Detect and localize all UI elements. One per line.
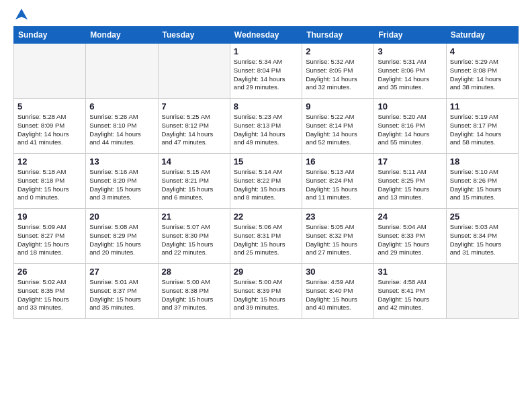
calendar-cell: 8Sunrise: 5:23 AM Sunset: 8:13 PM Daylig…	[230, 99, 302, 154]
date-number: 12	[17, 156, 82, 167]
calendar-cell: 13Sunrise: 5:16 AM Sunset: 8:20 PM Dayli…	[86, 154, 158, 209]
date-number: 30	[306, 267, 370, 277]
date-number: 14	[162, 156, 226, 167]
date-number: 13	[89, 156, 154, 167]
cell-info: Sunrise: 5:00 AM Sunset: 8:38 PM Dayligh…	[162, 278, 226, 312]
date-number: 20	[89, 212, 154, 222]
date-number: 16	[306, 156, 370, 167]
date-number: 17	[378, 156, 442, 167]
date-number: 9	[306, 101, 370, 111]
date-number: 8	[234, 101, 298, 111]
calendar-cell: 9Sunrise: 5:22 AM Sunset: 8:14 PM Daylig…	[302, 99, 374, 154]
date-number: 23	[306, 212, 370, 222]
calendar-cell: 30Sunrise: 4:59 AM Sunset: 8:40 PM Dayli…	[302, 264, 374, 319]
calendar-cell: 28Sunrise: 5:00 AM Sunset: 8:38 PM Dayli…	[158, 264, 230, 319]
logo-icon	[14, 7, 29, 22]
calendar-cell: 25Sunrise: 5:03 AM Sunset: 8:34 PM Dayli…	[446, 209, 518, 264]
calendar-cell: 26Sunrise: 5:02 AM Sunset: 8:35 PM Dayli…	[14, 264, 86, 319]
day-header-wednesday: Wednesday	[230, 27, 302, 44]
date-number: 24	[378, 212, 442, 222]
calendar-cell	[86, 44, 158, 99]
calendar-cell: 16Sunrise: 5:13 AM Sunset: 8:24 PM Dayli…	[302, 154, 374, 209]
day-header-thursday: Thursday	[302, 27, 374, 44]
calendar-cell: 19Sunrise: 5:09 AM Sunset: 8:27 PM Dayli…	[14, 209, 86, 264]
cell-info: Sunrise: 5:01 AM Sunset: 8:37 PM Dayligh…	[89, 278, 154, 312]
cell-info: Sunrise: 5:13 AM Sunset: 8:24 PM Dayligh…	[306, 168, 370, 202]
cell-info: Sunrise: 5:16 AM Sunset: 8:20 PM Dayligh…	[89, 168, 154, 202]
date-number: 27	[89, 267, 154, 277]
calendar-cell: 11Sunrise: 5:19 AM Sunset: 8:17 PM Dayli…	[446, 99, 518, 154]
svg-marker-0	[15, 9, 28, 19]
page-header	[13, 10, 519, 19]
calendar-cell: 4Sunrise: 5:29 AM Sunset: 8:08 PM Daylig…	[446, 44, 518, 99]
calendar-cell: 3Sunrise: 5:31 AM Sunset: 8:06 PM Daylig…	[374, 44, 446, 99]
calendar-cell	[446, 264, 518, 319]
logo	[13, 10, 29, 19]
cell-info: Sunrise: 5:32 AM Sunset: 8:05 PM Dayligh…	[306, 58, 370, 92]
calendar-cell: 29Sunrise: 5:00 AM Sunset: 8:39 PM Dayli…	[230, 264, 302, 319]
date-number: 19	[17, 212, 82, 222]
cell-info: Sunrise: 5:19 AM Sunset: 8:17 PM Dayligh…	[450, 113, 515, 147]
date-number: 11	[450, 101, 515, 111]
calendar-cell: 15Sunrise: 5:14 AM Sunset: 8:22 PM Dayli…	[230, 154, 302, 209]
calendar-cell: 20Sunrise: 5:08 AM Sunset: 8:29 PM Dayli…	[86, 209, 158, 264]
date-number: 31	[378, 267, 442, 277]
date-number: 26	[17, 267, 82, 277]
calendar-cell: 17Sunrise: 5:11 AM Sunset: 8:25 PM Dayli…	[374, 154, 446, 209]
date-number: 10	[378, 101, 442, 111]
date-number: 5	[17, 101, 82, 111]
date-number: 1	[234, 46, 298, 56]
date-number: 7	[162, 101, 226, 111]
calendar-cell: 27Sunrise: 5:01 AM Sunset: 8:37 PM Dayli…	[86, 264, 158, 319]
day-header-saturday: Saturday	[446, 27, 518, 44]
cell-info: Sunrise: 5:08 AM Sunset: 8:29 PM Dayligh…	[89, 223, 154, 257]
day-header-tuesday: Tuesday	[158, 27, 230, 44]
cell-info: Sunrise: 5:26 AM Sunset: 8:10 PM Dayligh…	[89, 113, 154, 147]
calendar-cell: 6Sunrise: 5:26 AM Sunset: 8:10 PM Daylig…	[86, 99, 158, 154]
day-header-monday: Monday	[86, 27, 158, 44]
cell-info: Sunrise: 5:25 AM Sunset: 8:12 PM Dayligh…	[162, 113, 226, 147]
date-number: 28	[162, 267, 226, 277]
cell-info: Sunrise: 5:02 AM Sunset: 8:35 PM Dayligh…	[17, 278, 82, 312]
cell-info: Sunrise: 4:59 AM Sunset: 8:40 PM Dayligh…	[306, 278, 370, 312]
cell-info: Sunrise: 5:22 AM Sunset: 8:14 PM Dayligh…	[306, 113, 370, 147]
cell-info: Sunrise: 4:58 AM Sunset: 8:41 PM Dayligh…	[378, 278, 442, 312]
cell-info: Sunrise: 5:15 AM Sunset: 8:21 PM Dayligh…	[162, 168, 226, 202]
cell-info: Sunrise: 5:23 AM Sunset: 8:13 PM Dayligh…	[234, 113, 298, 147]
calendar-cell: 1Sunrise: 5:34 AM Sunset: 8:04 PM Daylig…	[230, 44, 302, 99]
cell-info: Sunrise: 5:18 AM Sunset: 8:18 PM Dayligh…	[17, 168, 82, 202]
cell-info: Sunrise: 5:31 AM Sunset: 8:06 PM Dayligh…	[378, 58, 442, 92]
calendar-cell: 21Sunrise: 5:07 AM Sunset: 8:30 PM Dayli…	[158, 209, 230, 264]
cell-info: Sunrise: 5:03 AM Sunset: 8:34 PM Dayligh…	[450, 223, 515, 257]
date-number: 6	[89, 101, 154, 111]
calendar-cell	[14, 44, 86, 99]
calendar-cell	[158, 44, 230, 99]
calendar-cell: 12Sunrise: 5:18 AM Sunset: 8:18 PM Dayli…	[14, 154, 86, 209]
cell-info: Sunrise: 5:34 AM Sunset: 8:04 PM Dayligh…	[234, 58, 298, 92]
cell-info: Sunrise: 5:28 AM Sunset: 8:09 PM Dayligh…	[17, 113, 82, 147]
calendar-cell: 22Sunrise: 5:06 AM Sunset: 8:31 PM Dayli…	[230, 209, 302, 264]
cell-info: Sunrise: 5:06 AM Sunset: 8:31 PM Dayligh…	[234, 223, 298, 257]
calendar-cell: 24Sunrise: 5:04 AM Sunset: 8:33 PM Dayli…	[374, 209, 446, 264]
cell-info: Sunrise: 5:10 AM Sunset: 8:26 PM Dayligh…	[450, 168, 515, 202]
calendar-cell: 23Sunrise: 5:05 AM Sunset: 8:32 PM Dayli…	[302, 209, 374, 264]
cell-info: Sunrise: 5:07 AM Sunset: 8:30 PM Dayligh…	[162, 223, 226, 257]
date-number: 4	[450, 46, 515, 56]
cell-info: Sunrise: 5:09 AM Sunset: 8:27 PM Dayligh…	[17, 223, 82, 257]
cell-info: Sunrise: 5:20 AM Sunset: 8:16 PM Dayligh…	[378, 113, 442, 147]
calendar-cell: 7Sunrise: 5:25 AM Sunset: 8:12 PM Daylig…	[158, 99, 230, 154]
cell-info: Sunrise: 5:05 AM Sunset: 8:32 PM Dayligh…	[306, 223, 370, 257]
date-number: 3	[378, 46, 442, 56]
date-number: 15	[234, 156, 298, 167]
calendar-cell: 18Sunrise: 5:10 AM Sunset: 8:26 PM Dayli…	[446, 154, 518, 209]
cell-info: Sunrise: 5:29 AM Sunset: 8:08 PM Dayligh…	[450, 58, 515, 92]
date-number: 2	[306, 46, 370, 56]
date-number: 21	[162, 212, 226, 222]
calendar-cell: 14Sunrise: 5:15 AM Sunset: 8:21 PM Dayli…	[158, 154, 230, 209]
date-number: 22	[234, 212, 298, 222]
date-number: 18	[450, 156, 515, 167]
date-number: 29	[234, 267, 298, 277]
calendar-cell: 5Sunrise: 5:28 AM Sunset: 8:09 PM Daylig…	[14, 99, 86, 154]
day-header-sunday: Sunday	[14, 27, 86, 44]
cell-info: Sunrise: 5:04 AM Sunset: 8:33 PM Dayligh…	[378, 223, 442, 257]
